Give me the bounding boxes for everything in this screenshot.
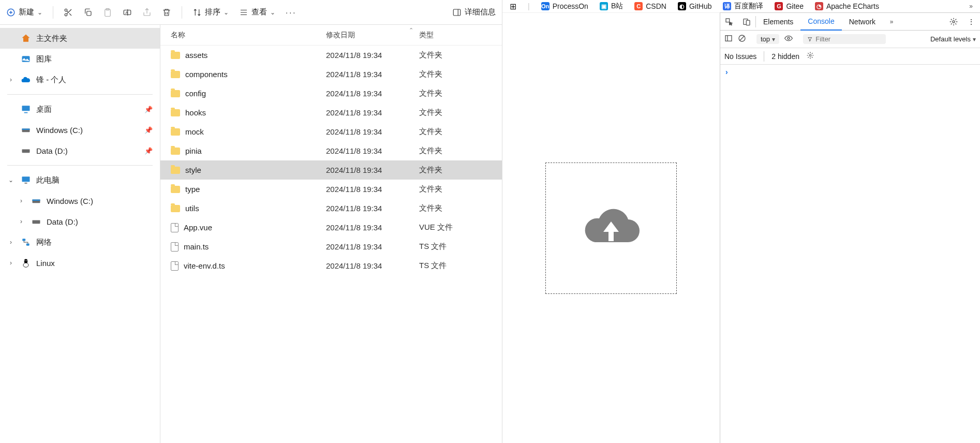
bookmark-item[interactable]: OnProcessOn <box>541 2 588 10</box>
pin-icon[interactable]: 📌 <box>144 147 153 155</box>
rename-button[interactable]: A <box>123 8 132 17</box>
bookmark-item[interactable]: GGitee <box>775 2 803 10</box>
separator <box>7 165 153 166</box>
sidebar-item-drive-c[interactable]: Windows (C:) 📌 <box>0 120 160 140</box>
sort-icon <box>192 8 202 17</box>
bookmark-favicon: C <box>634 2 643 10</box>
log-levels-selector[interactable]: Default levels ▾ <box>930 35 976 43</box>
sidebar-item-gallery[interactable]: 图库 <box>0 49 160 69</box>
sidebar-item-label: Data (D:) <box>36 146 68 155</box>
sidebar-item-label: 主文件夹 <box>36 34 67 43</box>
sidebar-item-drive-d-nested[interactable]: › Data (D:) <box>0 211 160 232</box>
bookmark-item[interactable]: CCSDN <box>634 2 666 10</box>
chevron-right-icon[interactable]: › <box>7 76 14 83</box>
devtools-more-button[interactable]: ⋮ <box>962 13 980 31</box>
file-row[interactable]: style2024/11/8 19:34文件夹 <box>160 160 502 180</box>
filter-field[interactable] <box>803 34 886 44</box>
view-button[interactable]: 查看 ⌄ <box>239 7 275 17</box>
new-label: 新建 <box>19 7 34 17</box>
console-settings-button[interactable] <box>807 52 814 61</box>
file-row[interactable]: App.vue2024/11/8 19:34VUE 文件 <box>160 218 502 237</box>
bookmark-item[interactable]: ▣B站 <box>600 2 623 11</box>
svg-rect-20 <box>26 244 29 246</box>
svg-point-32 <box>809 54 811 56</box>
svg-rect-29 <box>725 36 732 41</box>
more-button[interactable]: ··· <box>286 8 297 17</box>
chevron-right-icon[interactable]: › <box>7 239 14 246</box>
file-row[interactable]: pinia2024/11/8 19:34文件夹 <box>160 141 502 160</box>
chevron-right-icon[interactable]: › <box>18 218 25 225</box>
file-name: App.vue <box>184 223 212 232</box>
context-selector[interactable]: top ▾ <box>756 34 779 44</box>
sidebar-item-label: Windows (C:) <box>47 197 93 205</box>
issues-text[interactable]: No Issues <box>724 52 756 61</box>
cloud-icon <box>21 75 31 85</box>
trash-icon <box>162 8 171 17</box>
pin-icon[interactable]: 📌 <box>144 106 153 113</box>
column-header-type[interactable]: 类型 <box>419 31 481 40</box>
filter-input[interactable] <box>815 35 881 43</box>
page-content <box>502 12 720 443</box>
chevron-right-icon[interactable]: › <box>18 197 25 204</box>
chevron-down-icon: ⌄ <box>224 9 229 16</box>
devtools-settings-button[interactable] <box>945 13 962 31</box>
sidebar-item-home[interactable]: 主文件夹 <box>0 28 160 49</box>
clear-console-button[interactable] <box>738 34 746 44</box>
bookmark-item[interactable]: ◔Apache ECharts <box>815 2 879 10</box>
device-toolbar-button[interactable] <box>738 13 755 31</box>
bookmark-item[interactable]: ◐GitHub <box>678 2 712 10</box>
file-row[interactable]: assets2024/11/8 19:34文件夹 <box>160 46 502 65</box>
sort-button[interactable]: 排序 ⌄ <box>192 7 229 17</box>
file-row[interactable]: hooks2024/11/8 19:34文件夹 <box>160 103 502 122</box>
scissors-icon <box>64 8 73 17</box>
sidebar-item-network[interactable]: › 网络 <box>0 232 160 253</box>
details-pane-button[interactable]: 详细信息 <box>452 7 496 17</box>
copy-button[interactable] <box>83 8 93 17</box>
view-list-icon <box>239 8 248 17</box>
file-row[interactable]: mock2024/11/8 19:34文件夹 <box>160 122 502 141</box>
sidebar-item-onedrive[interactable]: › 锋 - 个人 <box>0 69 160 90</box>
inspect-element-button[interactable] <box>720 13 738 31</box>
live-expression-button[interactable] <box>784 34 793 44</box>
svg-rect-19 <box>22 239 25 241</box>
svg-rect-10 <box>22 106 30 111</box>
file-row[interactable]: type2024/11/8 19:34文件夹 <box>160 180 502 199</box>
tab-console[interactable]: Console <box>800 13 841 31</box>
file-row[interactable]: main.ts2024/11/8 19:34TS 文件 <box>160 237 502 256</box>
file-row[interactable]: config2024/11/8 19:34文件夹 <box>160 84 502 103</box>
toggle-sidebar-button[interactable] <box>724 34 733 44</box>
bookmark-item[interactable]: 译百度翻译 <box>723 2 763 11</box>
tab-network[interactable]: Network <box>842 13 883 31</box>
sidebar-item-desktop[interactable]: 桌面 📌 <box>0 99 160 120</box>
column-header-name[interactable]: 名称 <box>160 31 326 40</box>
tab-elements[interactable]: Elements <box>756 13 800 31</box>
devtools-tabs: Elements Console Network » ⋮ <box>720 13 980 31</box>
pin-icon[interactable]: 📌 <box>144 126 153 134</box>
more-vertical-icon: ⋮ <box>968 18 975 26</box>
cut-button[interactable] <box>64 8 73 17</box>
delete-button[interactable] <box>162 8 171 17</box>
tabs-overflow[interactable]: » <box>883 13 900 31</box>
column-header-date[interactable]: 修改日期 <box>326 31 419 40</box>
file-date: 2024/11/8 19:34 <box>326 166 419 174</box>
console-output[interactable] <box>720 65 980 443</box>
sidebar-item-drive-c-nested[interactable]: › Windows (C:) <box>0 190 160 211</box>
chevron-down-icon[interactable]: ⌄ <box>7 176 14 184</box>
sidebar-item-this-pc[interactable]: ⌄ 此电脑 <box>0 170 160 190</box>
file-date: 2024/11/8 19:34 <box>326 108 419 117</box>
hidden-count[interactable]: 2 hidden <box>771 52 799 61</box>
file-date: 2024/11/8 19:34 <box>326 89 419 98</box>
apps-button[interactable]: ⊞ <box>510 2 516 11</box>
upload-dropzone[interactable] <box>545 163 677 294</box>
svg-point-22 <box>23 263 28 267</box>
new-button[interactable]: 新建 ⌄ <box>6 7 42 17</box>
sidebar-item-linux[interactable]: › Linux <box>0 253 160 273</box>
sidebar-item-drive-d[interactable]: Data (D:) 📌 <box>0 140 160 161</box>
bookmarks-overflow[interactable]: » <box>969 3 973 10</box>
file-row[interactable]: components2024/11/8 19:34文件夹 <box>160 65 502 84</box>
folder-icon <box>171 71 180 78</box>
apps-grid-icon: ⊞ <box>510 2 516 11</box>
chevron-right-icon[interactable]: › <box>7 259 14 267</box>
file-row[interactable]: vite-env.d.ts2024/11/8 19:34TS 文件 <box>160 256 502 275</box>
file-row[interactable]: utils2024/11/8 19:34文件夹 <box>160 199 502 218</box>
